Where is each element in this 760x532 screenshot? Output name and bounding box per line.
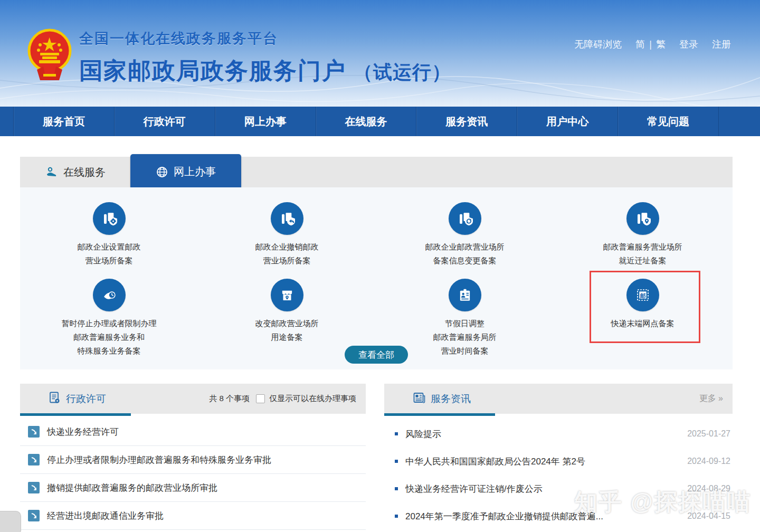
docs-sync-shield-icon [449, 202, 481, 235]
header-banner: 全国一体化在线政务服务平台 国家邮政局政务服务门户 （试运行） 无障碍浏览 简 … [0, 0, 760, 107]
globe-icon [156, 166, 168, 178]
tab-strip: 在线服务 网上办事 [20, 157, 733, 187]
tab-online-handling-label: 网上办事 [174, 165, 216, 179]
tab-online-service-label: 在线服务 [63, 165, 106, 179]
service-label-line: 节假日调整 [433, 317, 497, 330]
service-news-header: 服务资讯 更多 » [384, 384, 733, 414]
accessibility-link[interactable]: 无障碍浏览 [574, 38, 622, 51]
news-item[interactable]: 快递业务经营许可证注销/作废公示 2024-08-29 [384, 475, 733, 502]
utility-links: 无障碍浏览 简 | 繁 登录 注册 [574, 38, 731, 51]
stamp-icon: 邮 [626, 279, 659, 311]
nav-item-online-handling[interactable]: 网上办事 [215, 107, 316, 136]
nav-item-online-service[interactable]: 在线服务 [316, 107, 417, 136]
service-card-express-terminal-outlet[interactable]: 邮 快递末端网点备案 [554, 279, 732, 358]
news-item[interactable]: 风险提示 2025-01-27 [384, 420, 733, 448]
tab-online-handling-active[interactable]: 网上办事 [130, 154, 241, 189]
service-label-line: 改变邮政营业场所 [255, 317, 319, 330]
nav-item-faq[interactable]: 常见问题 [618, 107, 719, 136]
news-list: 风险提示 2025-01-27 中华人民共和国国家邮政局公告2024年 第2号 … [384, 420, 733, 530]
service-news-title: 服务资讯 [431, 392, 471, 406]
service-label-line: 邮政企业设置邮政 [78, 240, 141, 254]
bullet-icon [395, 432, 398, 435]
section-underline [384, 413, 495, 416]
online-only-label: 仅显示可以在线办理事项 [269, 394, 356, 404]
news-date: 2025-01-27 [681, 429, 730, 439]
service-label-line: 备案信息变更备案 [425, 254, 505, 268]
service-label-line: 邮政普遍服务局所 [433, 330, 497, 344]
service-card-change-premises-use[interactable]: 改变邮政营业场所 用途备案 [198, 279, 376, 358]
docs-pin-shield-icon [626, 202, 659, 235]
license-count-text: 共 8 个事项 [209, 394, 250, 404]
portal-subtitle: （试运行） [354, 60, 451, 86]
view-all-button[interactable]: 查看全部 [345, 346, 408, 364]
hand-service-icon [45, 166, 58, 178]
simplified-chinese-link[interactable]: 简 [635, 38, 645, 51]
store-pin-icon [271, 279, 303, 311]
arrow-down-right-icon [28, 482, 40, 493]
arrow-down-right-icon [28, 426, 40, 438]
service-label-line: 营业场所备案 [78, 254, 141, 268]
admin-license-title: 行政许可 [66, 392, 106, 406]
hand-clock-icon [93, 279, 126, 311]
news-item[interactable]: 中华人民共和国国家邮政局公告2024年 第2号 2024-09-12 [384, 448, 733, 475]
license-item-cross-border-approval[interactable]: 经营进出境邮政通信业务审批 [20, 502, 366, 530]
services-panel: 邮政企业设置邮政 营业场所备案 邮政企业撤销邮政 营业场所备案 [20, 187, 733, 369]
page: 全国一体化在线政务服务平台 国家邮政局政务服务门户 （试运行） 无障碍浏览 简 … [0, 0, 760, 532]
tab-online-service[interactable]: 在线服务 [20, 157, 131, 187]
news-date: 2024-08-29 [681, 484, 730, 493]
license-document-icon [49, 392, 61, 406]
national-emblem-logo [27, 27, 72, 84]
nav-item-admin-license[interactable]: 行政许可 [115, 107, 215, 136]
service-label-line: 暂时停止办理或者限制办理 [62, 317, 157, 330]
service-card-nearby-relocation[interactable]: 邮政普遍服务营业场所 就近迁址备案 [554, 202, 732, 279]
section-underline [20, 413, 131, 416]
platform-title: 全国一体化在线政务服务平台 [79, 29, 451, 48]
newspaper-icon [413, 392, 425, 406]
service-card-suspend-limit-services[interactable]: 暂时停止办理或者限制办理 邮政普遍服务业务和 特殊服务业务备案 [20, 279, 198, 358]
service-card-change-filing-info[interactable]: 邮政企业邮政营业场所 备案信息变更备案 [376, 202, 554, 279]
news-date: 2024-04-15 [681, 511, 730, 521]
license-item-stop-limit-approval[interactable]: 停止办理或者限制办理邮政普遍服务和特殊服务业务审批 [20, 446, 366, 474]
nav-item-user-center[interactable]: 用户中心 [517, 107, 618, 136]
admin-license-panel: 行政许可 共 8 个事项 仅显示可以在线办理事项 快递业务经营许可 [20, 384, 366, 530]
bullet-icon [395, 487, 398, 490]
traditional-chinese-link[interactable]: 繁 [656, 38, 666, 51]
service-label-line: 营业时间备案 [433, 344, 497, 358]
service-label-line: 邮政企业邮政营业场所 [425, 240, 505, 254]
license-list: 快递业务经营许可 停止办理或者限制办理邮政普遍服务和特殊服务业务审批 [20, 418, 366, 530]
nav-item-service-news[interactable]: 服务资讯 [416, 107, 517, 136]
docs-undo-shield-icon [271, 202, 303, 235]
id-card-icon [449, 279, 481, 311]
docs-gear-shield-icon [93, 202, 126, 235]
service-label-line: 邮政企业撤销邮政 [255, 240, 319, 254]
service-label-line: 营业场所备案 [255, 254, 319, 268]
arrow-down-right-icon [28, 454, 40, 466]
service-card-revoke-postal-premises[interactable]: 邮政企业撤销邮政 营业场所备案 [198, 202, 376, 279]
license-item-express-license[interactable]: 快递业务经营许可 [20, 418, 366, 446]
service-label-line: 邮政普遍服务营业场所 [603, 240, 682, 254]
license-item-revoke-premises-approval[interactable]: 撤销提供邮政普遍服务的邮政营业场所审批 [20, 474, 366, 502]
more-link[interactable]: 更多 » [699, 393, 723, 404]
side-widget[interactable] [0, 511, 21, 532]
nav-item-home[interactable]: 服务首页 [13, 107, 115, 136]
admin-license-header: 行政许可 共 8 个事项 仅显示可以在线办理事项 [20, 384, 366, 414]
main-navigation: 服务首页 行政许可 网上办事 在线服务 服务资讯 用户中心 常见问题 [0, 107, 760, 136]
login-link[interactable]: 登录 [679, 38, 698, 51]
stamp-character: 邮 [640, 292, 645, 299]
service-label-line: 就近迁址备案 [603, 254, 682, 268]
bullet-icon [395, 515, 398, 518]
bullet-icon [395, 460, 398, 463]
service-label-line: 邮政普遍服务业务和 [62, 330, 157, 344]
news-item[interactable]: 2024年第一季度准予邮政企业撤销提供邮政普遍... 2024-04-15 [384, 502, 733, 530]
language-divider: | [649, 39, 652, 50]
service-label-line: 快递末端网点备案 [611, 317, 674, 330]
service-card-setup-postal-premises[interactable]: 邮政企业设置邮政 营业场所备案 [20, 202, 198, 279]
register-link[interactable]: 注册 [712, 38, 731, 51]
service-news-panel: 服务资讯 更多 » 风险提示 2025-01-27 中华人民共和国国家邮政局公告… [384, 384, 733, 530]
news-date: 2024-09-12 [681, 457, 730, 466]
online-only-checkbox[interactable] [256, 394, 265, 403]
service-label-line: 特殊服务业务备案 [62, 344, 157, 358]
service-label-line: 用途备案 [255, 330, 319, 344]
portal-title: 国家邮政局政务服务门户 [79, 55, 346, 87]
arrow-down-right-icon [28, 510, 40, 521]
